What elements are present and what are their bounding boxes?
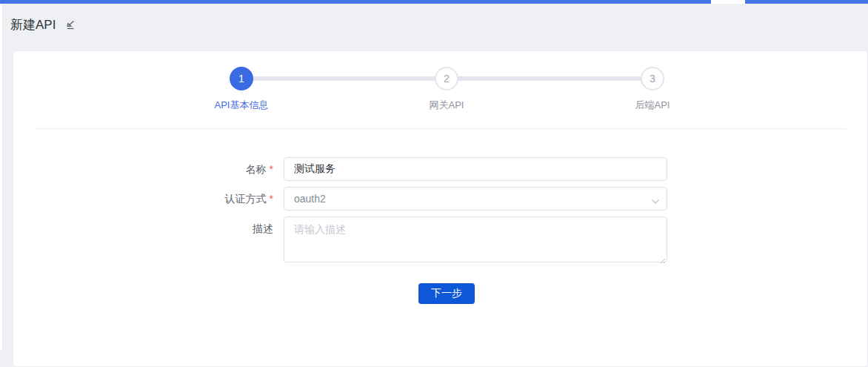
auth-field-label: 认证方式* <box>13 191 273 206</box>
stepper: 1 2 3 API基本信息 网关API 后端API <box>13 51 867 128</box>
resize-handle-icon[interactable] <box>658 254 666 261</box>
auth-select-value[interactable] <box>284 187 667 211</box>
description-textarea[interactable] <box>284 216 667 262</box>
required-asterisk: * <box>270 163 273 175</box>
page-header: 新建API <box>10 16 76 33</box>
step-connector-2 <box>457 76 644 81</box>
left-edge-panel <box>0 4 2 350</box>
required-asterisk: * <box>270 193 273 205</box>
step-3-label: 后端API <box>593 99 712 112</box>
name-field-label: 名称* <box>13 162 273 176</box>
create-api-card: 1 2 3 API基本信息 网关API 后端API 名称* 认证方式* 描述 <box>13 50 868 367</box>
step-2-circle: 2 <box>435 67 458 90</box>
step-1-circle: 1 <box>230 67 253 90</box>
description-label-text: 描述 <box>253 222 273 234</box>
description-field-label: 描述 <box>13 221 273 236</box>
auth-select[interactable] <box>284 187 667 211</box>
top-accent-bar-gap <box>711 0 745 4</box>
step-1-label: API基本信息 <box>182 99 301 112</box>
name-label-text: 名称 <box>246 163 267 175</box>
step-3-circle: 3 <box>641 67 664 90</box>
page-title: 新建API <box>10 16 56 33</box>
step-connector-1 <box>252 76 438 81</box>
next-step-button[interactable]: 下一步 <box>418 283 475 304</box>
description-textarea-wrap <box>284 216 667 262</box>
back-undo-icon[interactable] <box>64 19 76 31</box>
step-2-label: 网关API <box>387 99 506 112</box>
section-divider <box>34 128 847 129</box>
auth-label-text: 认证方式 <box>225 193 267 205</box>
name-input[interactable] <box>284 157 667 181</box>
